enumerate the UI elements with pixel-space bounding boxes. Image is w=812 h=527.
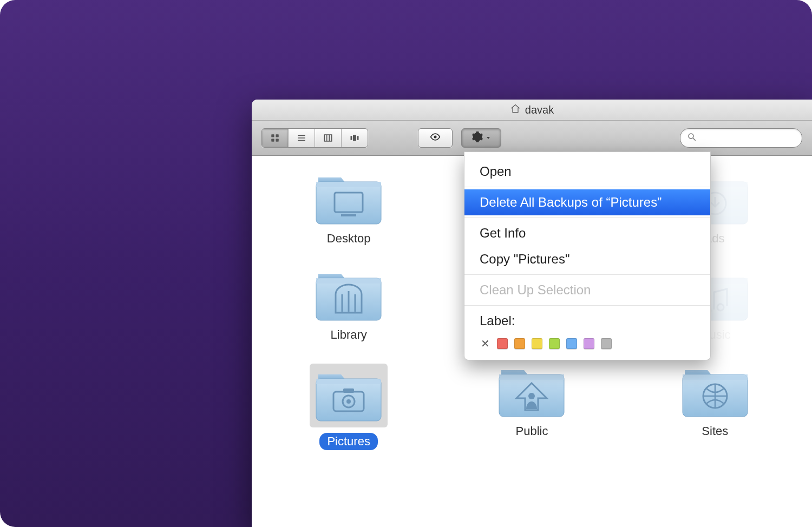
label-color-swatch[interactable] bbox=[514, 338, 525, 349]
menu-item[interactable]: Delete All Backups of “Pictures” bbox=[464, 189, 710, 215]
window-titlebar[interactable]: davak bbox=[252, 100, 812, 121]
menu-label-header: Label: bbox=[464, 308, 710, 334]
svg-rect-1 bbox=[276, 134, 279, 137]
svg-rect-11 bbox=[353, 135, 356, 141]
menu-item[interactable]: Copy "Pictures" bbox=[464, 246, 710, 272]
view-column-button[interactable] bbox=[315, 129, 342, 147]
label-color-row: ✕ bbox=[464, 334, 710, 350]
view-mode-segmented bbox=[261, 128, 368, 148]
menu-separator bbox=[464, 218, 710, 218]
svg-rect-7 bbox=[324, 135, 332, 141]
folder-item-desktop[interactable]: Desktop bbox=[268, 171, 429, 246]
gear-icon bbox=[472, 131, 483, 145]
quicklook-button[interactable] bbox=[418, 128, 453, 148]
search-field[interactable] bbox=[680, 128, 802, 148]
label-color-swatch[interactable] bbox=[584, 338, 594, 349]
menu-separator bbox=[464, 187, 710, 187]
folder-item-pictures[interactable]: Pictures bbox=[268, 364, 429, 450]
label-color-swatch[interactable] bbox=[549, 338, 560, 349]
action-menu-button[interactable] bbox=[461, 128, 501, 148]
svg-point-30 bbox=[346, 399, 351, 404]
label-color-swatch[interactable] bbox=[532, 338, 542, 349]
svg-line-15 bbox=[693, 138, 696, 141]
folder-label: Public bbox=[516, 424, 548, 438]
svg-point-13 bbox=[434, 136, 437, 139]
home-icon bbox=[510, 103, 521, 117]
folder-label: Desktop bbox=[327, 232, 371, 246]
chevron-down-icon bbox=[486, 133, 491, 143]
svg-rect-17 bbox=[341, 214, 356, 216]
folder-item-sites[interactable]: Sites bbox=[634, 364, 796, 450]
folder-icon bbox=[314, 267, 383, 322]
menu-item: Clean Up Selection bbox=[464, 277, 710, 303]
svg-point-14 bbox=[689, 134, 693, 139]
menu-separator bbox=[464, 305, 710, 306]
svg-rect-10 bbox=[351, 136, 352, 140]
folder-label: Library bbox=[331, 328, 367, 342]
label-color-swatch[interactable] bbox=[497, 338, 508, 349]
svg-rect-2 bbox=[271, 139, 274, 142]
view-list-button[interactable] bbox=[289, 129, 315, 147]
toolbar bbox=[252, 121, 812, 156]
action-dropdown-menu: OpenDelete All Backups of “Pictures”Get … bbox=[464, 151, 711, 360]
folder-icon bbox=[314, 171, 383, 226]
view-coverflow-button[interactable] bbox=[342, 129, 368, 147]
folder-item-public[interactable]: Public bbox=[451, 364, 612, 450]
folder-icon bbox=[497, 364, 566, 419]
folder-icon bbox=[680, 364, 750, 419]
folder-item-library[interactable]: Library bbox=[268, 267, 429, 342]
search-icon bbox=[687, 132, 697, 144]
folder-label: Sites bbox=[702, 424, 728, 438]
menu-item[interactable]: Get Info bbox=[464, 220, 710, 246]
eye-icon bbox=[428, 131, 442, 144]
label-none-button[interactable]: ✕ bbox=[480, 337, 490, 350]
menu-item[interactable]: Open bbox=[464, 159, 710, 185]
svg-rect-0 bbox=[271, 134, 274, 137]
menu-separator bbox=[464, 274, 710, 275]
view-icon-button[interactable] bbox=[262, 129, 289, 147]
folder-icon bbox=[314, 368, 383, 423]
svg-rect-31 bbox=[343, 388, 354, 393]
label-color-swatch[interactable] bbox=[601, 338, 612, 349]
svg-point-33 bbox=[528, 393, 535, 399]
svg-rect-12 bbox=[357, 136, 359, 140]
svg-rect-3 bbox=[276, 139, 279, 142]
folder-label: Pictures bbox=[319, 433, 377, 450]
label-color-swatch[interactable] bbox=[566, 338, 577, 349]
window-title: davak bbox=[525, 104, 554, 116]
